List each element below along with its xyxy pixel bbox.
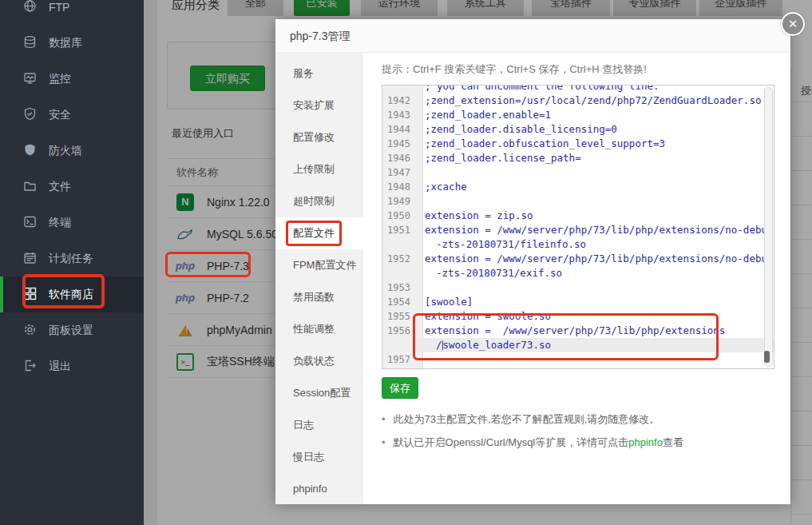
sidebar-item-security[interactable]: 安全 bbox=[0, 97, 144, 133]
monitor-icon bbox=[23, 71, 37, 87]
code-line[interactable]: -zts-20180731/fileinfo.so bbox=[382, 237, 774, 252]
line-number: 1957 bbox=[382, 352, 417, 367]
modal-menu-item[interactable]: 性能调整 bbox=[275, 313, 363, 345]
sidebar-item-monitor[interactable]: 监控 bbox=[0, 61, 144, 97]
line-number: 1947 bbox=[382, 165, 417, 180]
code-line[interactable]: ; you can uncomment the following line: bbox=[382, 85, 774, 93]
sidebar-item-terminal[interactable]: 终端 bbox=[0, 205, 144, 241]
calendar-icon bbox=[23, 251, 37, 267]
line-number: 1956 bbox=[382, 324, 417, 338]
note-config-warning: • 此处为73主配置文件,若您不了解配置规则,请勿随意修改。 bbox=[382, 412, 683, 427]
code-line[interactable]: 1955 extension = swoole.so bbox=[382, 309, 774, 324]
line-number bbox=[382, 85, 417, 93]
note-extensions: • 默认已开启Openssl/Curl/Mysql等扩展，详情可点击phpinf… bbox=[382, 436, 683, 450]
modal-menu-item[interactable]: 安装扩展 bbox=[275, 89, 363, 121]
modal-menu-item[interactable]: 上传限制 bbox=[275, 153, 363, 185]
modal-menu-item[interactable]: 慢日志 bbox=[275, 441, 363, 473]
footer-notes: • 此处为73主配置文件,若您不了解配置规则,请勿随意修改。 • 默认已开启Op… bbox=[382, 412, 683, 459]
sidebar-item-firewall[interactable]: 防火墙 bbox=[0, 133, 144, 169]
sidebar-item-database[interactable]: 数据库 bbox=[0, 25, 144, 61]
sidebar-item-logout[interactable]: 退出 bbox=[0, 348, 144, 384]
line-number bbox=[382, 237, 417, 252]
modal-menu-item[interactable]: 禁用函数 bbox=[275, 281, 363, 313]
code-line[interactable]: 1948 ;xcache bbox=[382, 180, 774, 194]
terminal-icon bbox=[23, 215, 37, 231]
code-line[interactable]: 1946 ;zend_loader.license_path= bbox=[382, 151, 774, 165]
phpinfo-link[interactable]: phpinfo bbox=[628, 436, 663, 448]
modal-menu-item[interactable]: 日志 bbox=[275, 409, 363, 441]
gear-icon bbox=[23, 323, 37, 339]
line-number: 1954 bbox=[382, 295, 417, 309]
modal-title: php-7.3管理 bbox=[275, 19, 790, 53]
modal-menu-item[interactable]: 负载状态 bbox=[275, 345, 363, 377]
line-number bbox=[382, 266, 417, 280]
modal-menu-item[interactable]: 配置修改 bbox=[275, 121, 363, 153]
line-number bbox=[382, 338, 417, 352]
code-line[interactable]: 1954 [swoole] bbox=[382, 295, 774, 309]
line-number: 1949 bbox=[382, 194, 417, 209]
line-number: 1943 bbox=[382, 108, 417, 122]
code-line[interactable]: /swoole_loader73.so bbox=[382, 338, 774, 352]
shield-check-icon bbox=[23, 107, 37, 123]
database-icon bbox=[23, 35, 37, 51]
code-line[interactable]: -zts-20180731/exif.so bbox=[382, 266, 774, 280]
line-number: 1944 bbox=[382, 122, 417, 137]
code-line[interactable]: 1947 bbox=[382, 165, 774, 180]
line-number: 1950 bbox=[382, 209, 417, 223]
code-line[interactable]: 1949 bbox=[382, 194, 774, 209]
modal-menu-item[interactable]: 超时限制 bbox=[275, 185, 363, 217]
modal-menu-item[interactable]: 配置文件 bbox=[275, 217, 363, 249]
sidebar-item-settings[interactable]: 面板设置 bbox=[0, 312, 144, 348]
code-line[interactable]: 1952 extension = /www/server/php/73/lib/… bbox=[382, 252, 774, 266]
folder-icon bbox=[23, 179, 37, 195]
php73-manage-modal: × php-7.3管理 服务 安装扩展 配置修改 上传限制 bbox=[275, 19, 790, 504]
config-file-editor[interactable]: ; you can uncomment the following line: … bbox=[382, 85, 774, 369]
sidebar-item-ftp[interactable]: FTP bbox=[0, 0, 144, 25]
save-button[interactable]: 保存 bbox=[382, 377, 418, 399]
code-line[interactable]: 1944 ;zend_loader.disable_licensing=0 bbox=[382, 122, 774, 137]
shield-icon bbox=[23, 143, 37, 159]
line-number: 1953 bbox=[382, 280, 417, 295]
sidebar-item-cron[interactable]: 计划任务 bbox=[0, 241, 144, 276]
sidebar: FTP 数据库 监控 安全 防火墙 文件 终端 计划任务 bbox=[0, 0, 144, 525]
line-number: 1951 bbox=[382, 223, 417, 237]
code-line[interactable]: 1942 ;zend_extension=/usr/local/zend/php… bbox=[382, 93, 774, 108]
editor-scrollbar-thumb[interactable] bbox=[764, 351, 770, 363]
modal-menu-item[interactable]: 服务 bbox=[275, 58, 363, 89]
code-line[interactable]: 1945 ;zend_loader.obfuscation_level_supp… bbox=[382, 137, 774, 151]
sidebar-item-files[interactable]: 文件 bbox=[0, 169, 144, 205]
config-file-pane: 提示：Ctrl+F 搜索关键字，Ctrl+S 保存，Ctrl+H 查找替换! ;… bbox=[363, 53, 790, 504]
modal-menu-item[interactable]: Session配置 bbox=[275, 377, 363, 409]
grid-icon bbox=[23, 287, 37, 303]
code-line[interactable]: 1943 ;zend_loader.enable=1 bbox=[382, 108, 774, 122]
code-line[interactable]: 1951 extension = /www/server/php/73/lib/… bbox=[382, 223, 774, 237]
code-line[interactable]: 1956 extension = /www/server/php/73/lib/… bbox=[382, 324, 774, 338]
ftp-icon bbox=[23, 0, 37, 15]
bullet-icon: • bbox=[382, 412, 386, 427]
modal-menu-item[interactable]: FPM配置文件 bbox=[275, 249, 363, 281]
close-icon[interactable]: × bbox=[781, 12, 805, 36]
modal-menu-item[interactable]: phpinfo bbox=[275, 473, 363, 505]
code-line[interactable]: 1950 extension = zip.so bbox=[382, 209, 774, 223]
line-number: 1945 bbox=[382, 137, 417, 151]
editor-scrollbar[interactable] bbox=[764, 87, 773, 367]
sidebar-item-appstore[interactable]: 软件商店 bbox=[0, 276, 144, 312]
line-number: 1952 bbox=[382, 252, 417, 266]
line-number: 1942 bbox=[382, 93, 417, 108]
code-line[interactable]: 1953 bbox=[382, 280, 774, 295]
logout-icon bbox=[23, 359, 37, 375]
line-number: 1955 bbox=[382, 309, 417, 324]
modal-side-menu: 服务 安装扩展 配置修改 上传限制 超时限制 配置 bbox=[275, 53, 363, 504]
line-number: 1946 bbox=[382, 151, 417, 165]
bullet-icon: • bbox=[382, 436, 386, 450]
code-line[interactable]: 1957 bbox=[382, 352, 774, 367]
line-number: 1948 bbox=[382, 180, 417, 194]
editor-hint-text: 提示：Ctrl+F 搜索关键字，Ctrl+S 保存，Ctrl+H 查找替换! bbox=[382, 62, 647, 77]
